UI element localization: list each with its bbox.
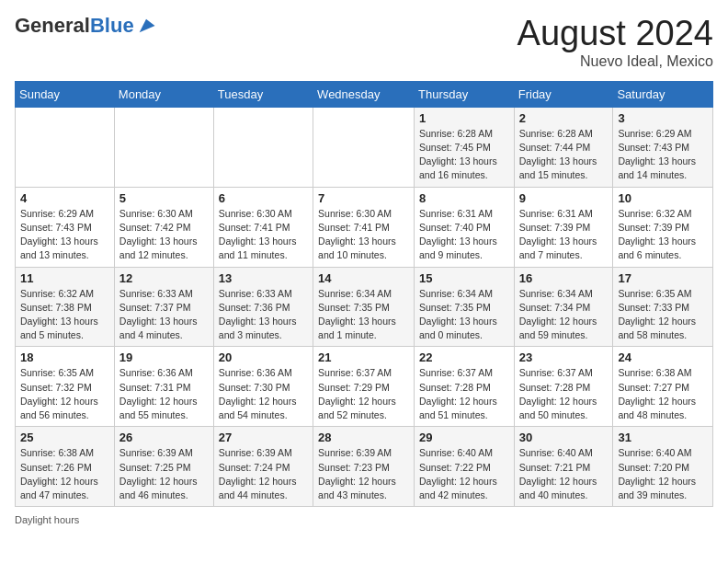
weekday-header-wednesday: Wednesday [313,81,415,107]
logo: GeneralBlue [15,15,156,37]
weekday-header-tuesday: Tuesday [213,81,313,107]
day-info: Sunrise: 6:31 AM Sunset: 7:40 PM Dayligh… [419,207,509,263]
calendar-table: SundayMondayTuesdayWednesdayThursdayFrid… [15,81,713,507]
day-cell: 2Sunrise: 6:28 AM Sunset: 7:44 PM Daylig… [514,107,613,187]
day-number: 27 [219,431,308,444]
day-info: Sunrise: 6:37 AM Sunset: 7:28 PM Dayligh… [419,366,509,422]
footer: Daylight hours [15,514,713,525]
day-info: Sunrise: 6:34 AM Sunset: 7:34 PM Dayligh… [519,287,609,343]
day-info: Sunrise: 6:40 AM Sunset: 7:21 PM Dayligh… [519,446,609,502]
day-info: Sunrise: 6:40 AM Sunset: 7:22 PM Dayligh… [419,446,509,502]
logo-general: General [15,14,90,37]
day-info: Sunrise: 6:38 AM Sunset: 7:26 PM Dayligh… [20,446,109,502]
day-number: 14 [318,271,409,285]
day-cell: 14Sunrise: 6:34 AM Sunset: 7:35 PM Dayli… [313,267,415,347]
day-number: 26 [119,431,209,444]
day-cell: 6Sunrise: 6:30 AM Sunset: 7:41 PM Daylig… [213,187,313,267]
day-cell: 18Sunrise: 6:35 AM Sunset: 7:32 PM Dayli… [16,347,115,427]
day-cell: 25Sunrise: 6:38 AM Sunset: 7:26 PM Dayli… [16,427,115,507]
day-cell: 3Sunrise: 6:29 AM Sunset: 7:43 PM Daylig… [613,107,713,187]
weekday-header-monday: Monday [114,81,213,107]
weekday-header-friday: Friday [514,81,613,107]
day-cell: 8Sunrise: 6:31 AM Sunset: 7:40 PM Daylig… [415,187,515,267]
day-info: Sunrise: 6:31 AM Sunset: 7:39 PM Dayligh… [519,207,609,263]
day-number: 31 [618,431,708,444]
day-number: 15 [419,271,509,285]
day-cell: 15Sunrise: 6:34 AM Sunset: 7:35 PM Dayli… [415,267,515,347]
day-info: Sunrise: 6:39 AM Sunset: 7:25 PM Dayligh… [119,446,209,502]
day-info: Sunrise: 6:35 AM Sunset: 7:33 PM Dayligh… [618,287,708,343]
day-number: 2 [519,111,609,125]
day-number: 29 [419,431,509,444]
day-number: 4 [20,191,109,205]
week-row-5: 25Sunrise: 6:38 AM Sunset: 7:26 PM Dayli… [16,427,713,507]
day-number: 11 [20,271,109,285]
day-number: 25 [20,431,109,444]
day-cell: 7Sunrise: 6:30 AM Sunset: 7:41 PM Daylig… [313,187,415,267]
day-number: 23 [519,350,609,364]
day-info: Sunrise: 6:30 AM Sunset: 7:42 PM Dayligh… [119,207,209,263]
day-info: Sunrise: 6:28 AM Sunset: 7:44 PM Dayligh… [519,127,609,183]
day-cell: 20Sunrise: 6:36 AM Sunset: 7:30 PM Dayli… [213,347,313,427]
week-row-4: 18Sunrise: 6:35 AM Sunset: 7:32 PM Dayli… [16,347,713,427]
day-cell: 13Sunrise: 6:33 AM Sunset: 7:36 PM Dayli… [213,267,313,347]
day-cell: 12Sunrise: 6:33 AM Sunset: 7:37 PM Dayli… [114,267,213,347]
day-info: Sunrise: 6:33 AM Sunset: 7:37 PM Dayligh… [119,287,209,343]
day-cell [114,107,213,187]
day-cell [16,107,115,187]
day-number: 12 [119,271,209,285]
day-info: Sunrise: 6:35 AM Sunset: 7:32 PM Dayligh… [20,366,109,422]
day-cell: 1Sunrise: 6:28 AM Sunset: 7:45 PM Daylig… [415,107,515,187]
week-row-3: 11Sunrise: 6:32 AM Sunset: 7:38 PM Dayli… [16,267,713,347]
day-number: 10 [618,191,708,205]
title-block: August 2024 Nuevo Ideal, Mexico [518,15,713,70]
day-cell: 5Sunrise: 6:30 AM Sunset: 7:42 PM Daylig… [114,187,213,267]
day-info: Sunrise: 6:34 AM Sunset: 7:35 PM Dayligh… [318,287,409,343]
day-number: 7 [318,191,409,205]
day-cell: 30Sunrise: 6:40 AM Sunset: 7:21 PM Dayli… [514,427,613,507]
day-cell: 11Sunrise: 6:32 AM Sunset: 7:38 PM Dayli… [16,267,115,347]
day-number: 3 [618,111,708,125]
day-cell: 17Sunrise: 6:35 AM Sunset: 7:33 PM Dayli… [613,267,713,347]
day-cell: 29Sunrise: 6:40 AM Sunset: 7:22 PM Dayli… [415,427,515,507]
day-cell [213,107,313,187]
day-number: 30 [519,431,609,444]
day-cell: 28Sunrise: 6:39 AM Sunset: 7:23 PM Dayli… [313,427,415,507]
day-number: 5 [119,191,209,205]
day-cell: 27Sunrise: 6:39 AM Sunset: 7:24 PM Dayli… [213,427,313,507]
day-info: Sunrise: 6:32 AM Sunset: 7:39 PM Dayligh… [618,207,708,263]
day-number: 28 [318,431,409,444]
day-cell: 19Sunrise: 6:36 AM Sunset: 7:31 PM Dayli… [114,347,213,427]
day-info: Sunrise: 6:37 AM Sunset: 7:29 PM Dayligh… [318,366,409,422]
day-cell: 9Sunrise: 6:31 AM Sunset: 7:39 PM Daylig… [514,187,613,267]
week-row-2: 4Sunrise: 6:29 AM Sunset: 7:43 PM Daylig… [16,187,713,267]
day-cell [313,107,415,187]
day-info: Sunrise: 6:39 AM Sunset: 7:23 PM Dayligh… [318,446,409,502]
logo-blue: Blue [90,14,134,37]
page-header: GeneralBlue August 2024 Nuevo Ideal, Mex… [15,15,713,70]
day-info: Sunrise: 6:39 AM Sunset: 7:24 PM Dayligh… [219,446,308,502]
weekday-header-thursday: Thursday [415,81,515,107]
day-info: Sunrise: 6:36 AM Sunset: 7:31 PM Dayligh… [119,366,209,422]
weekday-header-row: SundayMondayTuesdayWednesdayThursdayFrid… [16,81,713,107]
day-number: 6 [219,191,308,205]
day-number: 13 [219,271,308,285]
calendar-header: SundayMondayTuesdayWednesdayThursdayFrid… [16,81,713,107]
day-info: Sunrise: 6:29 AM Sunset: 7:43 PM Dayligh… [20,207,109,263]
day-info: Sunrise: 6:33 AM Sunset: 7:36 PM Dayligh… [219,287,308,343]
month-year: August 2024 [518,15,713,53]
day-number: 20 [219,350,308,364]
weekday-header-saturday: Saturday [613,81,713,107]
day-number: 9 [519,191,609,205]
week-row-1: 1Sunrise: 6:28 AM Sunset: 7:45 PM Daylig… [16,107,713,187]
day-cell: 10Sunrise: 6:32 AM Sunset: 7:39 PM Dayli… [613,187,713,267]
day-number: 24 [618,350,708,364]
day-cell: 26Sunrise: 6:39 AM Sunset: 7:25 PM Dayli… [114,427,213,507]
day-info: Sunrise: 6:32 AM Sunset: 7:38 PM Dayligh… [20,287,109,343]
day-info: Sunrise: 6:36 AM Sunset: 7:30 PM Dayligh… [219,366,308,422]
svg-marker-0 [139,19,154,33]
day-number: 16 [519,271,609,285]
logo-icon [136,16,156,36]
calendar-body: 1Sunrise: 6:28 AM Sunset: 7:45 PM Daylig… [16,107,713,506]
day-info: Sunrise: 6:37 AM Sunset: 7:28 PM Dayligh… [519,366,609,422]
